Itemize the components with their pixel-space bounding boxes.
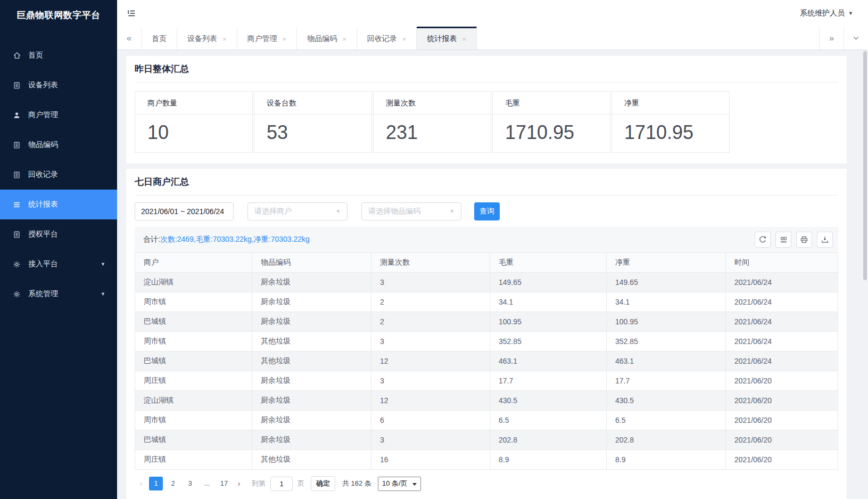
page-content: 昨日整体汇总 商户数量 10 设备台数 53: [117, 50, 868, 499]
table-cell: 2021/06/20: [726, 371, 838, 391]
column-header: 净重: [607, 253, 726, 273]
table-row: 淀山湖镇 厨余垃圾 12 430.5 430.5 2021/06/20: [135, 391, 838, 411]
table-cell: 430.5: [607, 391, 726, 411]
search-button[interactable]: 查询: [474, 202, 500, 220]
goto-label: 到第: [252, 479, 266, 488]
sidebar-item[interactable]: 商户管理: [0, 100, 117, 130]
page-button[interactable]: 17: [217, 477, 231, 490]
tabs-scroll-right-button[interactable]: »: [819, 27, 844, 50]
app-title: 巨鼎物联网数字平台: [0, 0, 117, 31]
tab[interactable]: 回收记录 ×: [357, 27, 417, 50]
tabs: 首页 设备列表 × 商户管理 × 物品编码: [142, 27, 477, 50]
stat-card: 商户数量 10: [135, 91, 253, 153]
table-cell: 352.85: [490, 332, 607, 351]
table-cell: 16: [371, 450, 490, 470]
table-cell: 100.95: [607, 312, 726, 332]
item-code-select[interactable]: 请选择物品编码 ▼: [361, 202, 461, 220]
table-cell: 厨余垃圾: [252, 273, 371, 292]
refresh-button[interactable]: [755, 232, 771, 248]
tab-label: 物品编码: [307, 34, 337, 44]
sidebar-item[interactable]: 统计报表: [0, 190, 117, 219]
stat-card: 净重 1710.95: [611, 91, 730, 153]
section-title: 七日商户汇总: [135, 169, 838, 195]
tab-close-icon[interactable]: ×: [283, 35, 287, 43]
goto-page-input[interactable]: [270, 477, 293, 491]
next-page-button[interactable]: ›: [233, 477, 245, 490]
tab-label: 统计报表: [427, 34, 457, 44]
table-row: 周市镇 其他垃圾 3 352.85 352.85 2021/06/24: [135, 332, 838, 351]
table-cell: 周市镇: [135, 332, 252, 351]
stat-card-label: 毛重: [493, 92, 610, 114]
tab-close-icon[interactable]: ×: [222, 35, 227, 43]
table-cell: 2021/06/20: [726, 450, 838, 470]
sidebar-collapse-icon[interactable]: [127, 7, 138, 19]
date-range-input[interactable]: [135, 202, 234, 220]
chevron-down-icon: [412, 483, 417, 486]
tab[interactable]: 首页: [142, 27, 177, 50]
tab[interactable]: 物品编码 ×: [297, 27, 357, 50]
sidebar-item-label: 系统管理: [28, 289, 58, 299]
table-cell: 149.65: [607, 273, 726, 292]
page-size-select[interactable]: 10 条/页: [378, 477, 421, 491]
prev-page-button[interactable]: ‹: [135, 477, 147, 490]
page-button[interactable]: 2: [166, 477, 180, 490]
sidebar-item[interactable]: 设备列表: [0, 70, 117, 100]
column-header: 测量次数: [371, 253, 490, 273]
table-header-row: 商户 物品编码 测量次数 毛重 净重 时间: [135, 253, 838, 273]
vertical-scrollbar-thumb[interactable]: [863, 51, 867, 280]
confirm-button[interactable]: 确定: [311, 476, 335, 491]
table-cell: 周市镇: [135, 292, 252, 312]
doc-icon: [13, 81, 22, 89]
table-cell: 34.1: [607, 292, 726, 312]
chevron-down-icon: ▼: [450, 209, 454, 214]
table-cell: 3: [371, 371, 490, 391]
table-cell: 6.5: [607, 411, 726, 430]
user-menu[interactable]: 系统维护人员 ▼: [800, 9, 853, 18]
tab-close-icon[interactable]: ×: [342, 35, 346, 43]
sidebar-item[interactable]: 物品编码: [0, 130, 117, 160]
tab[interactable]: 商户管理 ×: [237, 27, 297, 50]
sidebar-item-label: 首页: [28, 51, 43, 60]
table-header: 商户 物品编码 测量次数 毛重 净重 时间: [135, 253, 838, 273]
table-row: 淀山湖镇 厨余垃圾 3 149.65 149.65 2021/06/24: [135, 273, 838, 292]
page-button[interactable]: 1: [149, 477, 163, 490]
tabs-menu-button[interactable]: [844, 27, 868, 50]
tabs-scroll-left-button[interactable]: «: [117, 27, 142, 50]
total-count-label: 共 162 条: [342, 479, 371, 488]
table-toolbar: 合计:次数:2469,毛重:70303.22kg,净重:70303.22kg: [135, 227, 838, 252]
export-button[interactable]: [817, 232, 833, 248]
table-cell: 8.9: [607, 450, 726, 470]
tab[interactable]: 设备列表 ×: [177, 27, 237, 50]
sidebar-item-label: 授权平台: [28, 230, 58, 239]
sidebar-item-label: 商户管理: [28, 110, 58, 120]
tab[interactable]: 统计报表 ×: [417, 27, 477, 50]
table-cell: 17.7: [607, 371, 726, 391]
page-button[interactable]: ...: [200, 477, 214, 490]
print-button[interactable]: [796, 232, 812, 248]
table-row: 周庄镇 其他垃圾 16 8.9 8.9 2021/06/20: [135, 450, 838, 470]
table-cell: 352.85: [607, 332, 726, 351]
sidebar-item[interactable]: 首页: [0, 40, 117, 70]
merchant-select[interactable]: 请选择商户 ▼: [247, 202, 348, 220]
custom-columns-button[interactable]: [775, 232, 791, 248]
tab-close-icon[interactable]: ×: [402, 35, 407, 43]
table-cell: 2021/06/24: [726, 332, 838, 351]
tab-label: 设备列表: [187, 34, 217, 44]
weekly-report-panel: 七日商户汇总 请选择商户 ▼ 请选择物品编码 ▼ 查询 合计:次数:2: [126, 169, 847, 499]
sidebar-item[interactable]: 回收记录: [0, 160, 117, 190]
tab-close-icon[interactable]: ×: [462, 35, 466, 43]
page-button[interactable]: 3: [183, 477, 197, 490]
sidebar-menu: 首页 设备列表 商户管理 物品编码: [0, 31, 117, 309]
home-icon: [13, 51, 22, 60]
table-cell: 其他垃圾: [252, 351, 371, 371]
totals-prefix: 合计:: [143, 235, 160, 243]
stat-card-value: 53: [254, 114, 371, 152]
table-cell: 2021/06/20: [726, 411, 838, 430]
yesterday-summary-panel: 昨日整体汇总 商户数量 10 设备台数 53: [126, 56, 847, 163]
sidebar-item[interactable]: 系统管理 ▼: [0, 279, 117, 309]
sidebar-item[interactable]: 接入平台 ▼: [0, 249, 117, 279]
gear-icon: [13, 290, 22, 298]
sidebar-item[interactable]: 授权平台: [0, 219, 117, 249]
stat-card-value: 231: [374, 114, 491, 152]
table-cell: 6.5: [490, 411, 607, 430]
